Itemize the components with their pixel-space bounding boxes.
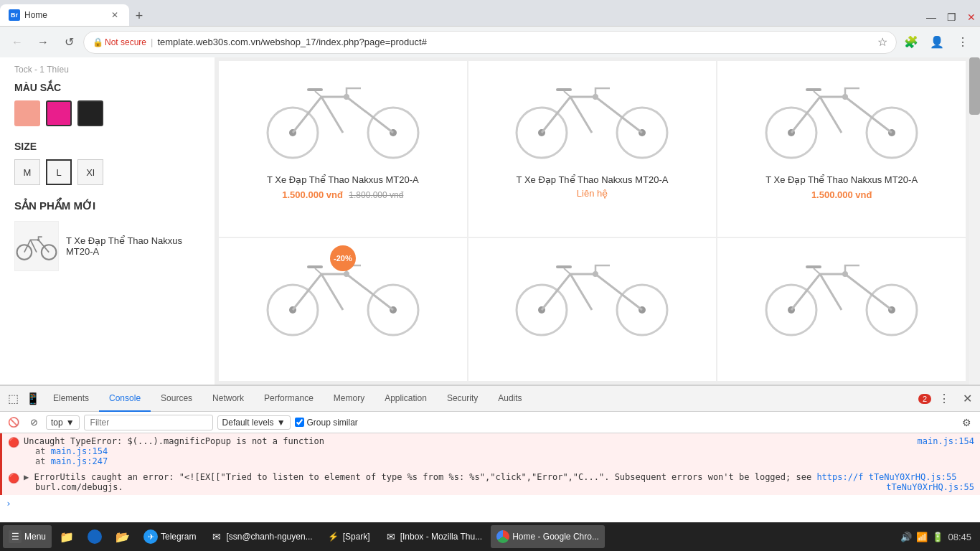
svg-point-28 <box>344 271 349 277</box>
active-tab[interactable]: Br Home ✕ <box>0 4 129 26</box>
product-card-5[interactable] <box>468 238 717 382</box>
console-prompt[interactable]: › <box>0 495 980 512</box>
product-card-4[interactable]: -20% <box>219 238 467 382</box>
error-message-1: Uncaught TypeError: $(...).magnificPopup… <box>24 436 324 446</box>
taskbar-spark-button[interactable]: ⚡ [Spark] <box>321 525 376 548</box>
levels-dropdown-icon: ▼ <box>277 418 286 428</box>
taskbar-telegram-button[interactable]: ✈ Telegram <box>138 525 202 548</box>
product-card-3[interactable]: T Xe Đạp Thể Thao Nakxus MT20-A 1.500.00… <box>717 61 966 237</box>
error-link-2c[interactable]: tTeNuY0XrHQ.js:55 <box>886 482 974 492</box>
console-settings-button[interactable]: ⚙ <box>958 415 974 430</box>
size-options: M L Xl <box>14 159 200 185</box>
color-swatches <box>14 100 200 126</box>
console-filter-button[interactable]: ⊘ <box>26 415 42 430</box>
svg-line-23 <box>814 91 820 97</box>
profile-button[interactable]: 👤 <box>925 31 948 54</box>
group-similar-label[interactable]: Group similar <box>295 418 358 428</box>
svg-line-9 <box>315 91 321 97</box>
taskbar-app1-button[interactable] <box>82 525 108 548</box>
back-button[interactable]: ← <box>6 31 29 54</box>
svg-rect-22 <box>806 88 821 91</box>
size-section-label: SIZE <box>14 141 200 152</box>
context-value: top <box>51 418 63 428</box>
error-count-badge: 2 <box>918 394 931 404</box>
error-at-1b: at main.js:247 <box>24 456 974 466</box>
error-at-link-1b[interactable]: main.js:247 <box>51 456 108 466</box>
scrollbar-thumb[interactable] <box>969 57 980 115</box>
taskbar-chrome-button[interactable]: Home - Google Chro... <box>491 525 605 548</box>
color-swatch-black[interactable] <box>77 100 103 126</box>
console-clear-button[interactable]: 🚫 <box>6 415 22 430</box>
devtools-device-button[interactable]: 📱 <box>23 389 43 409</box>
tab-security[interactable]: Security <box>437 386 488 412</box>
product-image-5 <box>476 245 710 346</box>
svg-rect-43 <box>806 265 821 268</box>
tab-application[interactable]: Application <box>374 386 437 412</box>
tab-sources[interactable]: Sources <box>151 386 202 412</box>
mini-product[interactable]: T Xe Đạp Thể Thao Nakxus MT20-A <box>14 221 200 271</box>
group-similar-checkbox[interactable] <box>295 418 304 427</box>
taskbar-telegram-label: Telegram <box>161 532 196 542</box>
error-message-2: ErrorUtils caught an error: "<![EX[["Tri… <box>34 472 816 482</box>
tab-performance[interactable]: Performance <box>254 386 324 412</box>
tab-console[interactable]: Console <box>99 386 151 412</box>
svg-line-30 <box>315 268 321 274</box>
product-contact-2: Liên hệ <box>577 188 608 199</box>
error-icon-1: 🔴 <box>8 437 19 448</box>
settings-menu-button[interactable]: ⋮ <box>951 31 974 54</box>
new-tab-button[interactable]: + <box>129 6 149 26</box>
console-error-2: 🔴 ▶ ErrorUtils caught an error: "<![EX[[… <box>0 469 980 495</box>
svg-line-37 <box>564 268 570 274</box>
svg-point-7 <box>344 94 349 100</box>
size-m-button[interactable]: M <box>14 159 40 185</box>
main-content: Tock - 1 Thíeu MÀU SẮC SIZE M L Xl SẢN P… <box>0 57 980 385</box>
product-card-2[interactable]: T Xe Đạp Thể Thao Nakxus MT20-A Liên hệ <box>468 61 717 237</box>
context-selector[interactable]: top ▼ <box>46 415 80 430</box>
product-card-1[interactable]: T Xe Đạp Thể Thao Nakxus MT20-A 1.500.00… <box>219 61 467 237</box>
devtools-more-button[interactable]: ⋮ <box>934 389 954 409</box>
svg-rect-36 <box>556 265 572 268</box>
taskbar-email-button[interactable]: ✉ [ssn@chanh-nguyen... <box>204 525 318 548</box>
address-bar[interactable]: 🔒 Not secure | template.web30s.com.vn/we… <box>83 31 897 54</box>
url-display: template.web30s.com.vn/webshop_17/index.… <box>157 37 873 47</box>
extensions-button[interactable]: 🧩 <box>900 31 923 54</box>
volume-icon: 🔊 <box>900 532 912 542</box>
size-xl-button[interactable]: Xl <box>77 159 103 185</box>
color-swatch-hotpink[interactable] <box>46 100 72 126</box>
taskbar-spark-label: [Spark] <box>343 532 370 542</box>
telegram-icon: ✈ <box>143 529 158 544</box>
levels-selector[interactable]: Default levels ▼ <box>217 415 291 430</box>
tab-memory[interactable]: Memory <box>324 386 374 412</box>
error-text-1: Uncaught TypeError: $(...).magnificPopup… <box>24 436 974 466</box>
taskbar-inbox-button[interactable]: ✉ [Inbox - Mozilla Thu... <box>379 525 489 548</box>
error-at-link-1a[interactable]: main.js:154 <box>51 446 108 456</box>
color-swatch-pink[interactable] <box>14 100 40 126</box>
restore-button[interactable]: ❐ <box>943 9 960 26</box>
console-toolbar: 🚫 ⊘ top ▼ Default levels ▼ Group similar… <box>0 412 980 433</box>
discount-badge-4: -20% <box>330 245 356 271</box>
taskbar-folder-button[interactable]: 📂 <box>110 525 135 548</box>
product-title-2: T Xe Đạp Thể Thao Nakxus MT20-A <box>517 174 669 185</box>
error-link-2a[interactable]: https://f <box>816 472 863 482</box>
tab-elements[interactable]: Elements <box>43 386 99 412</box>
error-link-1[interactable]: main.js:154 <box>918 436 974 446</box>
devtools-close-button[interactable]: ✕ <box>957 389 977 409</box>
minimize-button[interactable]: — <box>923 9 940 26</box>
forward-button[interactable]: → <box>32 31 55 54</box>
tab-network[interactable]: Network <box>202 386 254 412</box>
bookmark-button[interactable]: ☆ <box>877 35 887 49</box>
product-image-1 <box>226 68 460 169</box>
devtools-inspect-button[interactable]: ⬚ <box>3 389 23 409</box>
error-link-2b[interactable]: tTeNuY0XrHQ.js:55 <box>869 472 957 482</box>
taskbar-files-button[interactable]: 📁 <box>55 525 79 548</box>
product-card-6[interactable] <box>717 238 966 382</box>
page-scrollbar[interactable] <box>969 57 980 385</box>
tab-audits[interactable]: Audits <box>488 386 532 412</box>
reload-button[interactable]: ↺ <box>57 31 80 54</box>
console-filter-input[interactable] <box>84 415 213 430</box>
menu-icon: ☰ <box>9 530 22 543</box>
taskbar-menu-button[interactable]: ☰ Menu <box>3 525 52 548</box>
close-button[interactable]: ✕ <box>963 9 980 26</box>
tab-close-button[interactable]: ✕ <box>109 9 121 21</box>
size-l-button[interactable]: L <box>46 159 72 185</box>
